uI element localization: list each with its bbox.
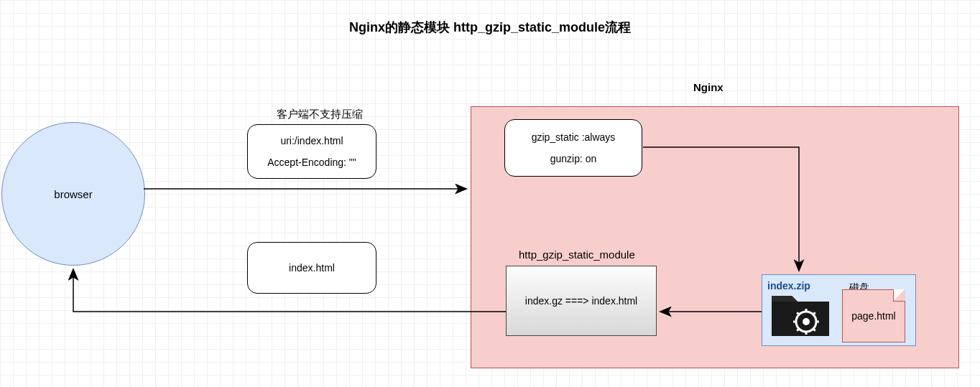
- folder-icon: [770, 287, 832, 339]
- svg-line-7: [797, 329, 799, 331]
- page-file: page.html: [842, 289, 905, 342]
- svg-line-6: [813, 329, 815, 331]
- request-box: uri:/index.html Accept-Encoding: "": [247, 124, 376, 179]
- browser-node: browser: [1, 122, 145, 266]
- response-body: index.html: [289, 262, 335, 274]
- request-uri: uri:/index.html: [280, 135, 343, 146]
- config-gunzip: gunzip: on: [550, 153, 597, 164]
- config-box: gzip_static :always gunzip: on: [504, 119, 642, 177]
- diagram-title: Nginx的静态模块 http_gzip_static_module流程: [349, 19, 631, 36]
- svg-line-5: [797, 312, 799, 314]
- module-name-label: http_gzip_static_module: [519, 248, 635, 261]
- page-file-label: page.html: [851, 310, 895, 322]
- browser-label: browser: [54, 188, 92, 200]
- module-transform: index.gz ===> index.html: [525, 295, 637, 307]
- module-box: index.gz ===> index.html: [506, 266, 657, 336]
- client-note: 客户端不支持压缩: [277, 108, 363, 121]
- request-accept-encoding: Accept-Encoding: "": [267, 157, 356, 168]
- svg-point-9: [803, 318, 810, 325]
- config-gzip-static: gzip_static :always: [532, 131, 616, 143]
- response-box: index.html: [247, 242, 376, 294]
- svg-line-8: [813, 312, 815, 314]
- nginx-label: Nginx: [693, 81, 724, 93]
